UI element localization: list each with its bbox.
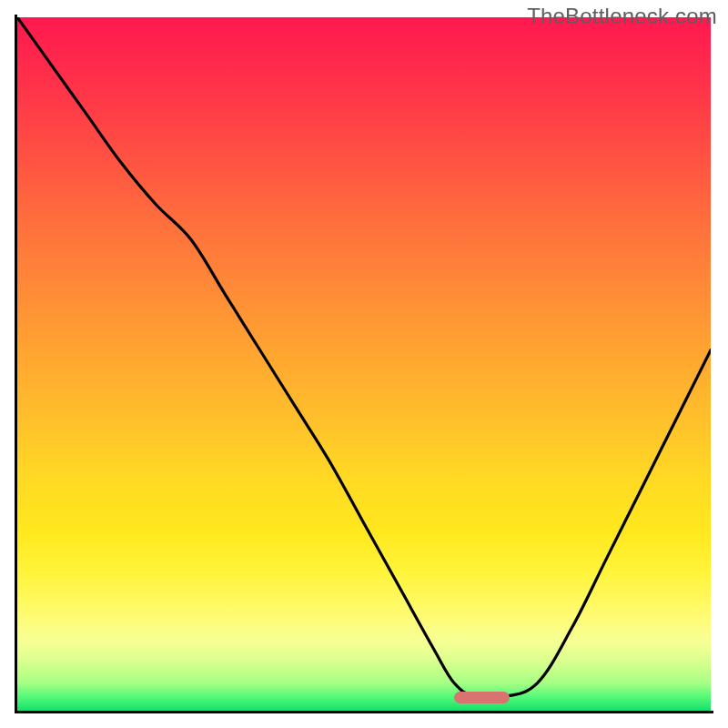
x-axis [15, 711, 713, 713]
curve-layer [17, 17, 711, 711]
optimal-marker [454, 692, 510, 703]
watermark-text: TheBottleneck.com [527, 4, 717, 29]
bottleneck-curve [17, 17, 711, 699]
y-axis [15, 15, 17, 713]
chart-container: TheBottleneck.com [0, 0, 728, 728]
plot-area [17, 17, 711, 711]
